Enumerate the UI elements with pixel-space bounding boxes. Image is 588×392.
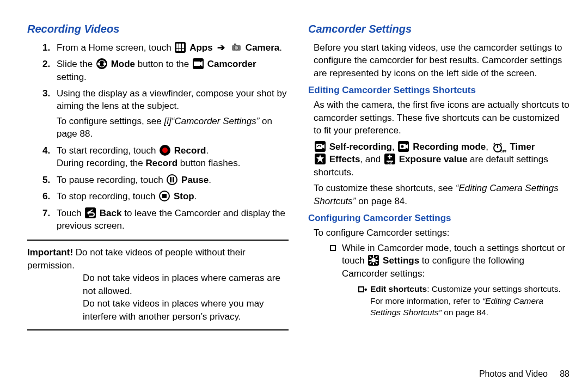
footer-page: 88	[560, 369, 569, 378]
back-icon	[85, 207, 96, 218]
important-3: Do not take videos in places where you m…	[27, 297, 289, 323]
svg-rect-0	[176, 44, 179, 46]
camcorder-label: Camcorder	[207, 59, 256, 69]
mode-label: Mode	[111, 59, 135, 69]
divider-bottom	[27, 329, 289, 330]
important-2: Do not take videos in places where camer…	[27, 272, 289, 297]
settings-label: Settings	[383, 255, 419, 266]
text: During recording, the	[57, 158, 145, 168]
svg-point-10	[234, 46, 238, 50]
svg-rect-4	[179, 46, 181, 48]
text: setting.	[57, 72, 87, 82]
svg-marker-26	[406, 144, 408, 149]
record-label: Record	[174, 145, 206, 156]
text: Slide the	[57, 59, 95, 69]
period: .	[279, 42, 282, 53]
back-label: Back	[100, 208, 122, 218]
square-bullet-icon	[330, 242, 342, 318]
camera-label: Camera	[246, 42, 279, 53]
svg-marker-16	[200, 61, 203, 66]
step-7: Touch Back to leave the Camcorder and di…	[57, 207, 289, 232]
text: button to the	[138, 59, 192, 69]
svg-rect-1	[179, 44, 181, 46]
svg-point-35	[371, 258, 376, 262]
svg-rect-13	[97, 63, 100, 65]
step-2: Slide the Mode button to the Camcorder s…	[57, 58, 289, 83]
step-6: To stop recording, touch Stop.	[57, 190, 289, 203]
pause-label: Pause	[181, 175, 209, 185]
svg-text:0.0: 0.0	[388, 162, 393, 164]
exposure-label: Exposure value	[399, 154, 468, 164]
bullet-settings: While in Camcorder mode, touch a setting…	[308, 242, 569, 318]
period: .	[206, 145, 209, 156]
subbullet-edit-shortcuts: • Edit shortcuts: Customize your setting…	[342, 283, 569, 318]
reference: [i]“Camcorder Settings”	[164, 116, 260, 126]
recording-mode-label: Recording mode	[413, 142, 486, 152]
svg-marker-23	[322, 144, 324, 149]
svg-rect-2	[182, 44, 184, 46]
pause-icon	[167, 174, 177, 185]
edit-shortcuts-label: Edit shortcuts	[370, 284, 427, 293]
period: .	[194, 191, 197, 201]
self-recording-icon	[315, 141, 326, 152]
timer-label: Timer	[510, 142, 535, 152]
svg-rect-8	[182, 49, 184, 51]
step-3: Using the display as a viewfinder, compo…	[57, 87, 289, 140]
svg-point-27	[401, 145, 404, 148]
effects-icon	[315, 154, 326, 164]
intro-text: Before you start taking videos, use the …	[308, 41, 569, 79]
stop-label: Stop	[174, 191, 194, 201]
record-word: Record	[145, 158, 177, 168]
svg-rect-32	[388, 156, 392, 157]
recording-mode-icon	[398, 141, 409, 152]
svg-rect-22	[316, 144, 322, 149]
svg-line-43	[376, 256, 377, 258]
svg-rect-18	[170, 177, 171, 182]
heading-recording-videos: Recording Videos	[27, 22, 289, 37]
timer-icon: OFF	[492, 142, 506, 153]
svg-line-42	[370, 262, 371, 264]
svg-rect-15	[194, 62, 200, 66]
svg-rect-14	[103, 63, 106, 65]
svg-marker-21	[87, 211, 89, 215]
sub1-p2: To customize these shortcuts, see “Editi…	[308, 182, 569, 207]
sub2-p1: To configure Camcorder settings:	[308, 226, 569, 239]
svg-point-17	[162, 148, 168, 153]
page-footer: Photos and Video 88	[479, 368, 569, 380]
text: Touch	[57, 208, 84, 218]
svg-text:OFF: OFF	[500, 150, 506, 153]
sub1-p1: As with the camera, the first five icons…	[308, 99, 569, 137]
text: To stop recording, touch	[57, 191, 158, 201]
shortcuts-line: Self-recording, Recording mode, OFF Time…	[308, 140, 569, 179]
mode-icon	[96, 58, 107, 69]
text: To start recording, touch	[57, 145, 158, 156]
text: From a Home screen, touch	[57, 42, 174, 53]
record-icon	[160, 145, 170, 156]
text: on page 84.	[444, 308, 488, 317]
svg-rect-6	[176, 49, 179, 51]
important-block: Important! Do not take videos of people …	[27, 246, 289, 323]
dot-icon: •	[358, 283, 370, 318]
important-label: Important!	[27, 247, 73, 258]
stop-icon	[159, 191, 170, 201]
svg-rect-11	[234, 44, 236, 45]
svg-rect-20	[162, 194, 167, 198]
text: button flashes.	[177, 158, 240, 168]
self-recording-label: Self-recording	[329, 142, 392, 152]
svg-line-41	[376, 262, 377, 264]
svg-line-40	[370, 256, 371, 258]
text: To configure settings, see	[57, 116, 164, 126]
settings-icon	[368, 255, 379, 266]
arrow-icon: ➔	[217, 41, 225, 54]
apps-icon	[175, 42, 186, 53]
apps-label: Apps	[189, 42, 213, 53]
footer-section: Photos and Video	[479, 369, 548, 378]
svg-rect-5	[182, 46, 184, 48]
divider-top	[27, 240, 289, 241]
effects-label: Effects	[329, 154, 360, 164]
heading-camcorder-settings: Camcorder Settings	[308, 22, 569, 37]
subheading-configuring: Configuring Camcorder Settings	[308, 212, 569, 224]
camcorder-icon	[193, 58, 204, 69]
step-5: To pause recording, touch Pause.	[57, 174, 289, 186]
text: To pause recording, touch	[57, 175, 166, 185]
